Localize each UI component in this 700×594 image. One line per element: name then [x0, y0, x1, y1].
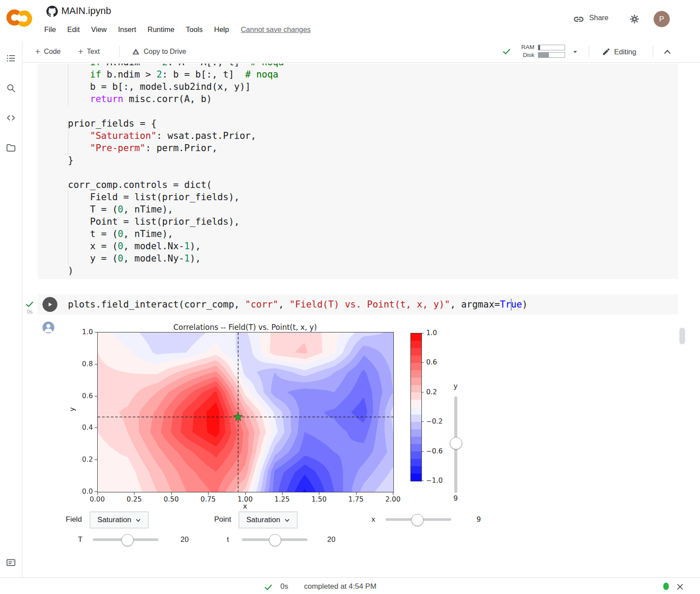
code-token: , model.Nx- [123, 241, 184, 251]
menu-item-insert[interactable]: Insert [113, 25, 142, 34]
code-token: t = ( [68, 229, 118, 239]
code-line[interactable]: t = (0, nTime), [38, 228, 678, 240]
plus-icon: + [35, 46, 40, 57]
code-line[interactable]: corr_comp.controls = dict( [38, 179, 678, 191]
menu-item-view[interactable]: View [85, 25, 112, 34]
code-token: if [90, 64, 101, 67]
T-slider-value: 20 [180, 532, 189, 548]
y-tick-label: 0.8 [75, 360, 93, 368]
y-slider-value: 9 [451, 491, 460, 506]
add-code-label: Code [44, 48, 60, 56]
code-token: ) [68, 265, 74, 276]
code-token: plots.field_interact(corr_comp, [68, 299, 245, 310]
close-icon[interactable] [676, 583, 684, 590]
cell-executed-checkmark-icon [25, 300, 34, 309]
code-line[interactable] [38, 166, 678, 179]
code-line[interactable]: x = (0, model.Nx-1), [38, 240, 678, 252]
code-token: 0 [118, 204, 124, 215]
code-line[interactable] [38, 105, 678, 117]
x-tick-mark [171, 492, 172, 495]
toolbar-divider [589, 46, 589, 57]
code-cell-1[interactable]: if A.ndim == 2: A = A[:, t] # noqa if b.… [38, 64, 678, 279]
x-tick-mark [393, 492, 393, 495]
ram-label: RAM [508, 44, 534, 50]
profile-avatar[interactable]: P [654, 11, 670, 27]
editing-mode-button[interactable]: Editing [602, 41, 636, 62]
code-token: 0 [118, 229, 124, 239]
point-dropdown[interactable]: Saturation [239, 512, 297, 528]
t-slider-label: t [227, 532, 229, 548]
T-slider-thumb[interactable] [121, 534, 134, 546]
run-cell-button[interactable] [42, 297, 57, 312]
output-scrollbar[interactable] [679, 328, 685, 344]
y-tick-mark [95, 332, 97, 332]
field-dropdown[interactable]: Saturation [90, 512, 148, 528]
code-cell-2[interactable]: plots.field_interact(corr_comp, "corr", … [38, 294, 678, 315]
toolbar-divider [653, 46, 653, 57]
heatmap-canvas [98, 332, 393, 492]
y-tick-label: 1.0 [75, 328, 93, 336]
code-line[interactable]: T = (0, nTime), [38, 203, 678, 216]
code-line[interactable]: prior_fields = { [38, 117, 678, 130]
save-status-link[interactable]: Cannot save changes [241, 25, 311, 34]
code-line[interactable]: if A.ndim == 2: A = A[:, t] # noqa [38, 64, 678, 68]
search-icon[interactable] [6, 83, 16, 93]
header: MAIN.ipynb FileEditViewInsertRuntimeTool… [0, 0, 700, 41]
code-token: : A = A[:, t] [168, 64, 251, 67]
x-tick-label: 1.00 [234, 495, 256, 504]
code-line[interactable]: "Pre-perm": perm.Prior, [38, 142, 678, 154]
code-line[interactable]: if b.ndim > 2: b = b[:, t] # noqa [38, 68, 678, 81]
gear-icon[interactable] [629, 14, 640, 25]
code-line[interactable]: ) [38, 265, 678, 277]
colorbar-tick-mark [421, 362, 424, 363]
link-icon[interactable] [573, 14, 584, 25]
code-line[interactable]: Point = list(prior_fields), [38, 216, 678, 228]
code-line[interactable]: plots.field_interact(corr_comp, "corr", … [38, 298, 678, 311]
code-line[interactable]: return misc.corr(A, b) [38, 93, 678, 105]
left-sidebar [0, 41, 22, 577]
code-line[interactable]: b = b[:, model.sub2ind(x, y)] [38, 81, 678, 93]
code-line[interactable]: "Saturation": wsat.past.Prior, [38, 130, 678, 142]
copy-to-drive-button[interactable]: Copy to Drive [131, 41, 186, 62]
code-token: 2 [156, 69, 162, 80]
x-tick-label: 2.00 [382, 495, 404, 504]
field-dropdown-label: Field [66, 512, 82, 527]
code-token: "corr" [245, 299, 279, 310]
x-tick-mark [282, 492, 283, 495]
share-button[interactable]: Share [589, 14, 608, 22]
table-of-contents-icon[interactable] [6, 53, 16, 64]
chevron-up-icon[interactable] [662, 47, 672, 57]
drive-icon [131, 47, 140, 56]
add-text-button[interactable]: + Text [78, 41, 100, 62]
chevron-down-icon[interactable] [571, 47, 580, 56]
add-code-button[interactable]: + Code [35, 41, 61, 62]
menu-item-file[interactable]: File [39, 25, 62, 34]
code-editor[interactable]: plots.field_interact(corr_comp, "corr", … [38, 294, 678, 311]
x-tick-label: 0.00 [86, 495, 108, 504]
x-slider-thumb[interactable] [411, 514, 424, 526]
code-editor[interactable]: if A.ndim == 2: A = A[:, t] # noqa if b.… [38, 64, 678, 277]
terminal-icon[interactable] [6, 557, 16, 568]
t-slider-thumb[interactable] [269, 534, 281, 546]
code-icon[interactable] [6, 113, 16, 123]
code-line[interactable]: } [38, 154, 678, 166]
code-line[interactable]: Field = list(prior_fields), [38, 191, 678, 203]
code-token: } [68, 155, 74, 166]
menu-item-edit[interactable]: Edit [62, 25, 85, 34]
files-icon[interactable] [6, 142, 16, 153]
code-line[interactable]: y = (0, model.Ny-1), [38, 252, 678, 265]
code-token: : wsat.past.Prior, [156, 131, 256, 141]
menu-item-tools[interactable]: Tools [180, 25, 209, 34]
code-token: : b = b[:, t] [162, 69, 245, 80]
code-token: if [90, 69, 101, 80]
y-tick-label: 0.6 [75, 392, 93, 400]
play-icon [47, 301, 53, 308]
chevron-down-icon [135, 517, 141, 523]
colorbar-tick-mark [421, 392, 424, 392]
point-dropdown-value: Saturation [246, 516, 280, 524]
menu-item-runtime[interactable]: Runtime [142, 25, 180, 34]
menu-item-help[interactable]: Help [209, 25, 235, 34]
notebook-title[interactable]: MAIN.ipynb [61, 5, 111, 17]
colab-logo[interactable] [6, 7, 32, 28]
y-slider-thumb[interactable] [450, 437, 462, 449]
